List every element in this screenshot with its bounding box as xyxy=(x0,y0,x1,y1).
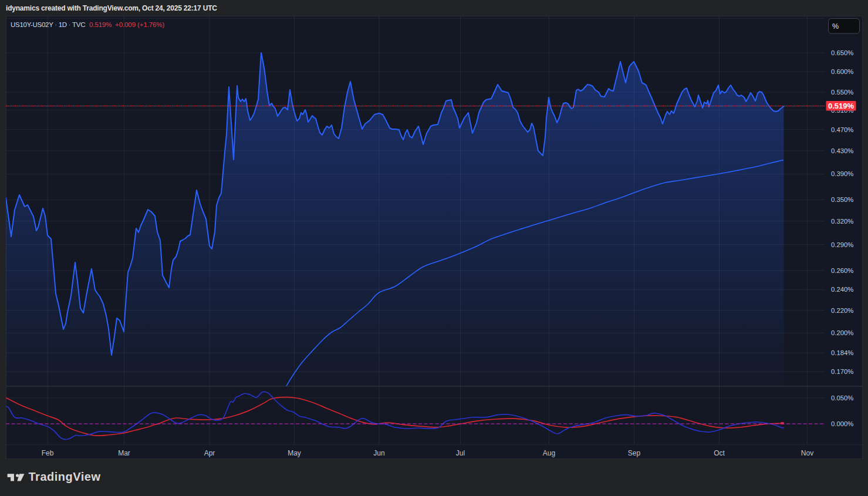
svg-text:US10Y-US02Y · 1D · TVC: US10Y-US02Y · 1D · TVC xyxy=(11,21,85,28)
svg-text:0.184%: 0.184% xyxy=(831,349,853,356)
svg-text:0.519% +0.009 (+1.76%): 0.519% +0.009 (+1.76%) xyxy=(89,21,164,28)
svg-text:Sep: Sep xyxy=(628,449,641,457)
svg-text:0.519%: 0.519% xyxy=(828,102,855,110)
svg-text:0.470%: 0.470% xyxy=(831,126,853,133)
svg-text:0.290%: 0.290% xyxy=(831,241,853,248)
svg-text:0.260%: 0.260% xyxy=(831,267,853,274)
svg-text:Oct: Oct xyxy=(714,449,725,457)
svg-text:0.390%: 0.390% xyxy=(831,170,853,177)
svg-text:Nov: Nov xyxy=(801,449,813,457)
svg-text:Jul: Jul xyxy=(456,449,465,457)
svg-text:Apr: Apr xyxy=(204,449,215,457)
svg-text:0.550%: 0.550% xyxy=(831,89,853,96)
svg-text:0.000%: 0.000% xyxy=(831,420,853,427)
svg-text:0.320%: 0.320% xyxy=(831,218,853,225)
svg-text:0.200%: 0.200% xyxy=(831,329,853,336)
svg-text:0.050%: 0.050% xyxy=(831,394,853,401)
svg-text:%: % xyxy=(832,22,839,31)
svg-text:Aug: Aug xyxy=(543,449,555,457)
svg-text:0.240%: 0.240% xyxy=(831,286,853,293)
svg-text:May: May xyxy=(288,449,301,457)
svg-text:0.350%: 0.350% xyxy=(831,196,853,203)
svg-text:0.220%: 0.220% xyxy=(831,307,853,314)
svg-text:Feb: Feb xyxy=(42,449,54,457)
svg-text:Jun: Jun xyxy=(373,449,384,457)
svg-text:0.170%: 0.170% xyxy=(831,368,853,375)
svg-text:0.430%: 0.430% xyxy=(831,147,853,154)
svg-text:0.650%: 0.650% xyxy=(831,49,853,56)
svg-text:Mar: Mar xyxy=(118,449,130,457)
svg-text:0.600%: 0.600% xyxy=(831,68,853,75)
